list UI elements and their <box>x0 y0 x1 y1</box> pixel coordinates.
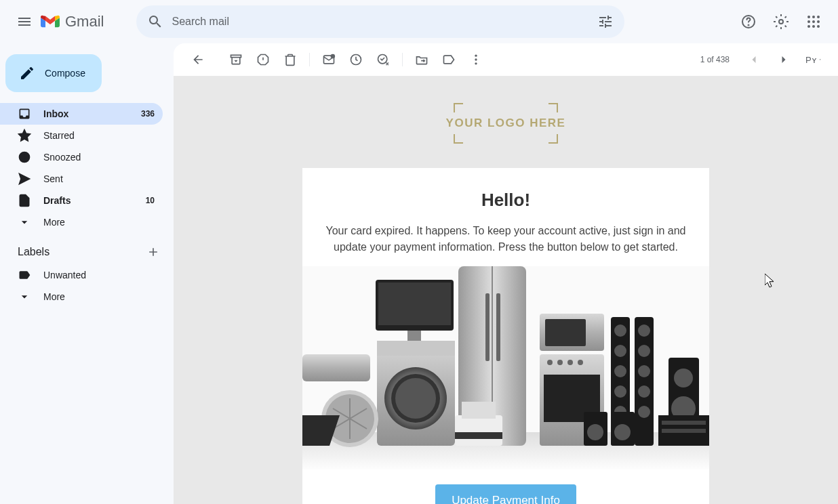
spam-icon <box>256 53 270 66</box>
inbox-icon <box>18 107 31 121</box>
gmail-text: Gmail <box>65 13 104 30</box>
labels-button[interactable] <box>435 46 462 73</box>
svg-point-53 <box>614 345 626 357</box>
search-icon-button[interactable] <box>142 8 169 35</box>
delete-button[interactable] <box>277 46 304 73</box>
task-add-icon <box>376 53 390 66</box>
svg-rect-70 <box>462 402 496 419</box>
gear-icon <box>773 14 789 30</box>
compose-label: Compose <box>45 68 85 79</box>
sidebar-label-unwanted[interactable]: Unwanted <box>0 264 163 286</box>
svg-point-3 <box>807 16 810 18</box>
sidebar-item-snoozed[interactable]: Snoozed <box>0 146 163 168</box>
gmail-logo-icon <box>41 14 60 29</box>
svg-rect-43 <box>545 319 586 346</box>
chevron-down-icon <box>18 215 31 229</box>
sidebar-item-label: Drafts <box>43 195 71 206</box>
search-filter-button[interactable] <box>592 8 619 35</box>
label-icon <box>18 268 31 282</box>
svg-rect-25 <box>485 293 490 361</box>
search-bar[interactable] <box>136 5 624 38</box>
svg-rect-28 <box>378 282 451 325</box>
svg-point-54 <box>614 365 626 377</box>
pencil-icon <box>19 65 35 81</box>
sidebar-item-sent[interactable]: Sent <box>0 168 163 190</box>
input-tool-label: Pʏ <box>805 55 817 65</box>
email-body[interactable]: YOUR LOGO HERE Hello! Your card expired.… <box>174 76 838 504</box>
chevron-down-icon <box>18 290 31 303</box>
more-vert-icon <box>469 53 483 66</box>
labels-header: Labels <box>0 233 174 264</box>
more-button[interactable] <box>462 46 490 73</box>
mail-icon <box>322 53 336 66</box>
snooze-button[interactable] <box>342 46 370 73</box>
svg-point-59 <box>638 365 650 377</box>
input-tool-button[interactable]: Pʏ <box>800 46 827 73</box>
email-toolbar: 1 of 438 Pʏ <box>174 43 838 76</box>
apps-grid-icon <box>805 14 822 30</box>
svg-rect-69 <box>455 415 502 446</box>
hamburger-icon <box>16 14 33 30</box>
svg-point-2 <box>779 20 783 24</box>
sidebar-item-inbox[interactable]: Inbox 336 <box>0 103 163 125</box>
sidebar-item-more[interactable]: More <box>0 211 163 233</box>
svg-rect-73 <box>662 421 706 425</box>
sidebar-item-starred[interactable]: Starred <box>0 125 163 146</box>
svg-rect-36 <box>302 354 370 381</box>
add-task-button[interactable] <box>370 46 397 73</box>
search-input[interactable] <box>169 16 592 28</box>
labels-title: Labels <box>18 246 49 258</box>
svg-point-55 <box>614 385 626 398</box>
svg-point-47 <box>557 360 563 365</box>
email-product-image <box>302 266 709 469</box>
svg-point-15 <box>331 55 334 58</box>
spam-button[interactable] <box>250 46 277 73</box>
move-button[interactable] <box>408 46 435 73</box>
svg-point-58 <box>638 345 650 357</box>
svg-point-66 <box>587 424 603 440</box>
arrow-back-icon <box>191 53 205 66</box>
svg-rect-13 <box>231 55 241 57</box>
search-icon <box>147 14 163 30</box>
svg-point-11 <box>817 25 820 28</box>
help-icon <box>740 14 757 30</box>
sidebar-label-more[interactable]: More <box>0 286 163 308</box>
update-payment-button[interactable]: Update Payment Info <box>435 484 576 504</box>
email-heading: Hello! <box>302 190 709 211</box>
svg-point-63 <box>674 369 693 387</box>
mark-unread-button[interactable] <box>315 46 342 73</box>
prev-button[interactable] <box>740 46 767 73</box>
svg-point-5 <box>817 16 820 18</box>
clock-icon <box>349 53 363 66</box>
help-button[interactable] <box>735 8 762 35</box>
svg-point-18 <box>475 55 477 57</box>
gmail-logo-area[interactable]: Gmail <box>41 13 104 30</box>
svg-point-4 <box>812 16 815 18</box>
svg-point-60 <box>638 385 650 398</box>
svg-point-10 <box>812 25 815 28</box>
svg-rect-74 <box>662 429 706 433</box>
plus-icon[interactable] <box>146 245 160 259</box>
next-button[interactable] <box>770 46 797 73</box>
svg-point-61 <box>638 406 650 418</box>
sidebar-item-drafts[interactable]: Drafts 10 <box>0 190 163 211</box>
trash-icon <box>283 53 297 66</box>
sidebar: Compose Inbox 336 Starred Snoozed Sent D… <box>0 43 174 504</box>
sidebar-item-label: Unwanted <box>43 270 86 280</box>
svg-point-52 <box>614 324 626 337</box>
back-button[interactable] <box>184 46 212 73</box>
svg-point-9 <box>807 25 810 28</box>
svg-rect-26 <box>496 293 500 361</box>
svg-point-6 <box>807 20 810 23</box>
hamburger-menu-button[interactable] <box>11 8 38 35</box>
svg-rect-32 <box>377 341 455 356</box>
settings-button[interactable] <box>767 8 795 35</box>
compose-button[interactable]: Compose <box>5 54 102 92</box>
apps-button[interactable] <box>800 8 827 35</box>
inbox-count: 336 <box>141 109 155 119</box>
svg-rect-71 <box>455 432 502 439</box>
archive-button[interactable] <box>222 46 250 73</box>
drafts-count: 10 <box>146 196 155 205</box>
svg-point-8 <box>817 20 820 23</box>
email-logo-placeholder: YOUR LOGO HERE <box>174 76 838 168</box>
